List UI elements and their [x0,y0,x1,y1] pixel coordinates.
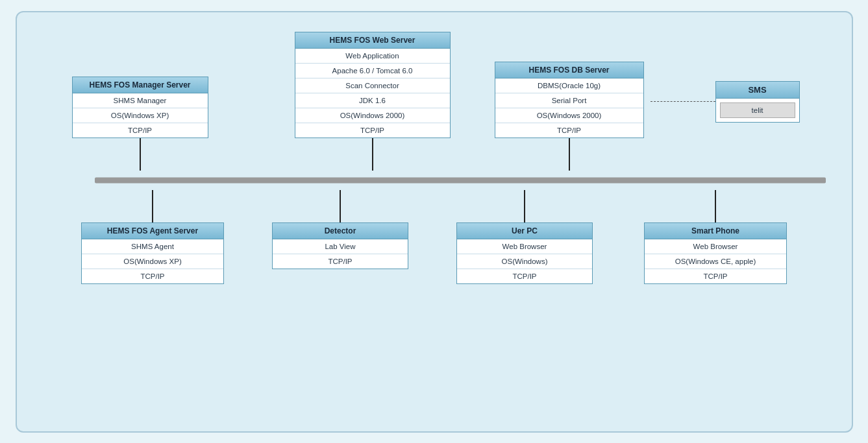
user-pc-col: Uer PC Web Browser OS(Windows) TCP/IP [456,190,593,284]
db-server-row-0: DBMS(Oracle 10g) [495,78,643,93]
sms-header: SMS [716,82,799,99]
user-pc-row-2: TCP/IP [457,269,592,283]
agent-server-row-1: OS(Windows XP) [82,254,223,269]
web-server-row-1: Apache 6.0 / Tomcat 6.0 [295,64,450,78]
web-server-row-3: JDK 1.6 [295,93,450,108]
smart-phone-box: Smart Phone Web Browser OS(Windows CE, a… [644,222,787,284]
detector-box: Detector Lab View TCP/IP [272,222,408,269]
db-sms-area: HEMS FOS DB Server DBMS(Oracle 10g) Seri… [495,62,800,171]
bus-container [56,171,865,190]
manager-server-header: HEMS FOS Manager Server [73,77,208,93]
web-server-col: HEMS FOS Web Server Web Application Apac… [295,32,451,171]
web-server-row-0: Web Application [295,49,450,64]
user-pc-top-connector [524,190,525,222]
agent-server-header: HEMS FOS Agent Server [82,223,223,239]
bus-bar [95,177,826,183]
diagram-container: HEMS FOS Manager Server SHMS Manager OS(… [16,11,853,433]
web-server-row-5: TCP/IP [295,123,450,138]
agent-server-row-2: TCP/IP [82,269,223,283]
manager-server-box: HEMS FOS Manager Server SHMS Manager OS(… [72,77,208,138]
dashed-line-row: SMS telit [651,81,800,123]
detector-top-connector [340,190,341,222]
db-server-header: HEMS FOS DB Server [495,62,643,78]
db-server-row-2: OS(Windows 2000) [495,108,643,123]
smart-phone-row-0: Web Browser [645,239,786,254]
agent-server-row-0: SHMS Agent [82,239,223,254]
bottom-servers-row: HEMS FOS Agent Server SHMS Agent OS(Wind… [30,190,839,291]
user-pc-box: Uer PC Web Browser OS(Windows) TCP/IP [456,222,593,284]
db-sms-row: HEMS FOS DB Server DBMS(Oracle 10g) Seri… [495,62,800,171]
manager-server-row-0: SHMS Manager [73,93,208,108]
web-server-box: HEMS FOS Web Server Web Application Apac… [295,32,451,138]
detector-header: Detector [273,223,408,239]
sms-box: SMS telit [715,81,800,123]
manager-server-col: HEMS FOS Manager Server SHMS Manager OS(… [69,77,212,171]
smart-phone-top-connector [715,190,716,222]
detector-row-1: TCP/IP [273,254,408,269]
db-server-row-3: TCP/IP [495,123,643,138]
db-server-connector [569,138,570,171]
web-server-row-4: OS(Windows 2000) [295,108,450,123]
manager-server-row-2: TCP/IP [73,123,208,138]
db-server-box: HEMS FOS DB Server DBMS(Oracle 10g) Seri… [495,62,644,138]
agent-server-col: HEMS FOS Agent Server SHMS Agent OS(Wind… [81,190,224,284]
manager-server-row-1: OS(Windows XP) [73,108,208,123]
smart-phone-row-2: TCP/IP [645,269,786,283]
agent-server-top-connector [152,190,153,222]
detector-row-0: Lab View [273,239,408,254]
web-server-header: HEMS FOS Web Server [295,32,450,49]
db-server-col: HEMS FOS DB Server DBMS(Oracle 10g) Seri… [495,62,644,171]
web-server-row-2: Scan Connector [295,78,450,93]
web-server-connector [372,138,373,171]
agent-server-box: HEMS FOS Agent Server SHMS Agent OS(Wind… [81,222,224,284]
db-server-row-1: Serial Port [495,93,643,108]
detector-col: Detector Lab View TCP/IP [275,190,405,269]
sms-dashed-area: SMS telit [651,81,800,123]
smart-phone-col: Smart Phone Web Browser OS(Windows CE, a… [644,190,787,284]
manager-server-connector [140,138,141,171]
smart-phone-row-1: OS(Windows CE, apple) [645,254,786,269]
sms-row: telit [720,102,795,118]
smart-phone-header: Smart Phone [645,223,786,239]
user-pc-row-0: Web Browser [457,239,592,254]
dashed-line-h [651,101,715,102]
user-pc-row-1: OS(Windows) [457,254,592,269]
user-pc-header: Uer PC [457,223,592,239]
